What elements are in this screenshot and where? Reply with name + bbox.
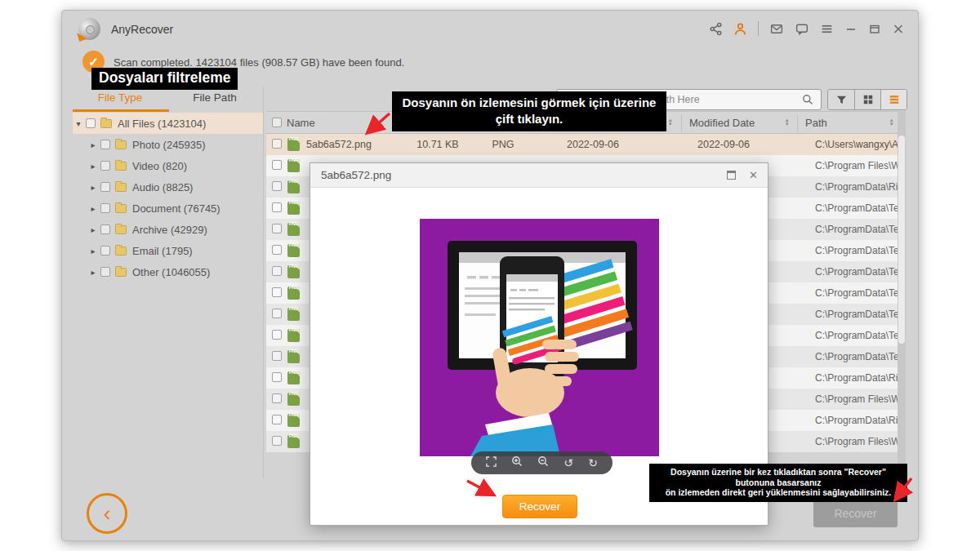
mail-icon[interactable] xyxy=(769,22,784,36)
chevron-right-icon[interactable]: ▸ xyxy=(87,225,99,234)
annotation-preview-tip: Dosyanın ön izlemesini görmek için üzeri… xyxy=(392,91,666,131)
checkbox[interactable] xyxy=(100,161,110,171)
row-checkbox[interactable] xyxy=(272,351,282,361)
menu-icon[interactable] xyxy=(820,22,834,36)
select-all-checkbox[interactable] xyxy=(272,118,282,127)
feedback-icon[interactable] xyxy=(795,22,809,36)
checkbox[interactable] xyxy=(100,267,110,277)
sidebar-item-label: Archive (42929) xyxy=(132,224,207,236)
share-icon[interactable] xyxy=(709,22,723,36)
file-type-cell: PNG xyxy=(480,134,526,155)
file-path-cell: C:\ProgramData\Te... xyxy=(815,261,898,282)
row-checkbox[interactable] xyxy=(272,436,282,446)
chevron-right-icon[interactable]: ▸ xyxy=(87,247,99,256)
row-checkbox[interactable] xyxy=(272,139,282,149)
row-checkbox[interactable] xyxy=(272,372,282,382)
list-view-icon[interactable] xyxy=(880,90,906,109)
sidebar-item-document[interactable]: ▸Document (76745) xyxy=(73,198,263,219)
zoom-in-icon[interactable] xyxy=(511,455,523,470)
rotate-left-icon[interactable]: ↺ xyxy=(564,457,573,469)
recover-button[interactable]: Recover xyxy=(502,495,577,518)
row-checkbox[interactable] xyxy=(272,415,282,424)
file-path-cell: C:\ProgramData\Riv... xyxy=(815,176,898,198)
row-checkbox[interactable] xyxy=(272,330,282,340)
minimize-icon[interactable] xyxy=(844,22,858,36)
search-icon[interactable] xyxy=(801,93,814,109)
dialog-close-icon[interactable]: ✕ xyxy=(749,170,758,180)
row-checkbox[interactable] xyxy=(272,393,282,403)
chevron-right-icon[interactable]: ▸ xyxy=(87,204,99,213)
tab-file-path[interactable]: File Path xyxy=(167,88,262,111)
row-checkbox[interactable] xyxy=(272,309,282,318)
sidebar-item-photo[interactable]: ▸Photo (245935) xyxy=(73,134,263,155)
filter-icon[interactable] xyxy=(828,90,854,109)
dialog-maximize-icon[interactable] xyxy=(727,171,736,180)
sidebar-item-email[interactable]: ▸Email (1795) xyxy=(73,240,263,261)
column-header-path[interactable]: Path xyxy=(805,112,827,134)
grid-view-icon[interactable] xyxy=(854,90,880,109)
folder-icon xyxy=(115,268,127,277)
back-button[interactable]: ‹ xyxy=(87,493,127,534)
scrollbar-thumb[interactable] xyxy=(898,136,905,344)
scan-status-message: Scan completed. 1423104 files (908.57 GB… xyxy=(114,56,404,69)
file-path-cell: C:\Program Files\Wi... xyxy=(815,389,898,410)
zoom-out-icon[interactable] xyxy=(537,455,549,470)
checkbox[interactable] xyxy=(100,203,110,213)
png-file-icon xyxy=(287,435,300,448)
sort-icon[interactable]: ▴▾ xyxy=(786,118,789,126)
tab-file-type[interactable]: File Type xyxy=(73,88,167,111)
preview-dialog-titlebar[interactable]: 5ab6a572.png ✕ xyxy=(310,163,768,188)
folder-icon xyxy=(115,225,127,234)
chevron-right-icon[interactable]: ▸ xyxy=(87,268,99,277)
row-checkbox[interactable] xyxy=(272,202,282,212)
row-checkbox[interactable] xyxy=(272,181,282,191)
close-icon[interactable] xyxy=(892,22,905,36)
row-checkbox[interactable] xyxy=(272,160,282,170)
chevron-down-icon[interactable]: ▾ xyxy=(73,119,84,128)
folder-icon xyxy=(100,119,112,128)
file-path-cell: C:\ProgramData\Te... xyxy=(815,325,898,346)
folder-icon xyxy=(115,204,127,213)
row-checkbox[interactable] xyxy=(272,245,282,255)
chevron-right-icon[interactable]: ▸ xyxy=(87,140,99,149)
app-title: AnyRecover xyxy=(111,23,173,36)
table-row-selected[interactable]: 5ab6a572.png10.71 KBPNG2022-09-062022-09… xyxy=(266,134,898,155)
account-icon[interactable] xyxy=(733,22,747,36)
annotation-filter-label: Dosyaları filtreleme xyxy=(91,68,238,90)
checkbox[interactable] xyxy=(100,140,110,149)
chevron-right-icon[interactable]: ▸ xyxy=(87,183,99,192)
rotate-right-icon[interactable]: ↻ xyxy=(588,457,598,469)
file-modified-date-cell: 2022-09-06 xyxy=(684,134,763,155)
file-path-cell: C:\ProgramData\Te... xyxy=(815,198,898,219)
row-checkbox[interactable] xyxy=(272,287,282,297)
sidebar-item-video[interactable]: ▸Video (820) xyxy=(73,155,263,176)
header-divider xyxy=(681,115,682,131)
maximize-icon[interactable] xyxy=(868,22,881,36)
sort-icon[interactable]: ▴▾ xyxy=(669,118,672,126)
checkbox[interactable] xyxy=(86,118,96,128)
row-checkbox[interactable] xyxy=(272,266,282,276)
checkbox[interactable] xyxy=(100,224,110,234)
row-checkbox[interactable] xyxy=(272,224,282,233)
sidebar-item-all-files[interactable]: ▾All Files (1423104) xyxy=(73,113,263,134)
sidebar-item-audio[interactable]: ▸Audio (8825) xyxy=(73,176,263,198)
file-size-cell: 10.71 KB xyxy=(403,134,472,155)
file-path-cell: C:\ProgramData\Te... xyxy=(815,282,898,304)
sidebar-item-label: Document (76745) xyxy=(132,202,220,215)
preview-image xyxy=(420,219,659,456)
checkbox[interactable] xyxy=(100,246,110,256)
sidebar-item-other[interactable]: ▸Other (1046055) xyxy=(73,261,263,282)
fullscreen-icon[interactable] xyxy=(486,455,497,470)
sidebar-item-archive[interactable]: ▸Archive (42929) xyxy=(73,219,263,240)
sidebar-item-label: Email (1795) xyxy=(132,245,193,257)
recover-button-disabled[interactable]: Recover xyxy=(813,500,898,527)
annotation-recover-tip: Dosyanın üzerine bir kez tıkladıktan son… xyxy=(649,464,907,502)
active-tab-underline xyxy=(73,109,169,112)
sort-icon[interactable]: ▴▾ xyxy=(890,118,893,126)
file-path-cell: C:\ProgramData\Riv... xyxy=(815,367,898,389)
checkbox[interactable] xyxy=(100,182,110,192)
file-path-cell: C:\Users\wangxy\A... xyxy=(815,134,898,155)
chevron-right-icon[interactable]: ▸ xyxy=(87,162,99,171)
sidebar-item-label: Audio (8825) xyxy=(132,181,193,193)
column-header-modified-date[interactable]: Modified Date xyxy=(689,112,755,134)
